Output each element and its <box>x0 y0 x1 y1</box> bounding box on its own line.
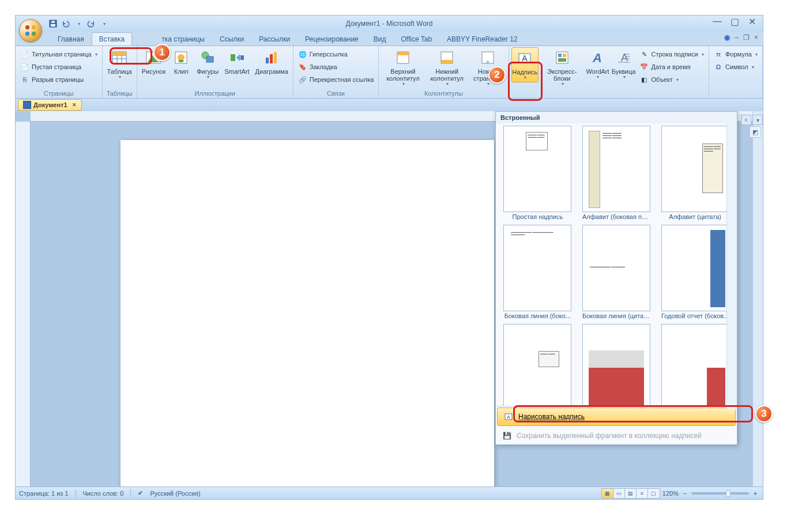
gallery-item-label: Боковая линия (боко... <box>503 312 571 319</box>
cover-page-button[interactable]: 📄Титульная страница <box>18 48 100 60</box>
table-icon <box>110 48 129 67</box>
view-full-screen[interactable]: ▭ <box>613 489 625 498</box>
inner-restore-icon[interactable]: ❐ <box>743 33 750 41</box>
zoom-in-button[interactable]: + <box>751 490 759 497</box>
document-page[interactable] <box>121 140 494 486</box>
annotation-3-badge: 3 <box>755 405 773 422</box>
redo-icon[interactable] <box>86 18 96 29</box>
side-tool-icon[interactable]: ◩ <box>750 126 761 138</box>
group-pages: 📄Титульная страница 📄Пустая страница ⎘Ра… <box>16 46 103 98</box>
gallery-item[interactable]: Годовой отчет (боков... <box>658 225 732 319</box>
close-button[interactable]: ✕ <box>743 16 760 27</box>
dropcap-button[interactable]: AБуквица <box>611 47 637 81</box>
draw-textbox-item[interactable]: A Нарисовать надпись <box>497 408 736 426</box>
shapes-button[interactable]: Фигуры <box>194 47 221 81</box>
view-draft[interactable]: ▢ <box>648 489 660 498</box>
tab-abbyy[interactable]: ABBYY FineReader 12 <box>439 32 525 46</box>
gallery-item[interactable]: ▬▬▬ ▬▬▬ <box>500 324 575 406</box>
vertical-scrollbar[interactable]: ▲ <box>752 111 763 486</box>
view-outline[interactable]: ≡ <box>637 489 648 498</box>
quickparts-button[interactable]: Экспресс-блоки <box>540 47 584 88</box>
zoom-out-button[interactable]: − <box>681 490 689 497</box>
gallery-item[interactable] <box>579 324 654 406</box>
gallery-scrollbar[interactable] <box>726 123 737 410</box>
table-button[interactable]: Таблица <box>105 47 134 81</box>
gallery-item[interactable] <box>658 324 732 406</box>
wordart-button[interactable]: AWordArt <box>585 47 609 81</box>
header-icon <box>394 48 412 67</box>
tab-view[interactable]: Вид <box>366 32 394 46</box>
textbox-button[interactable]: AНадпись <box>511 47 539 82</box>
zoom-slider[interactable] <box>691 492 749 495</box>
undo-dropdown-icon[interactable] <box>73 18 84 29</box>
tab-insert[interactable]: Вставка <box>92 32 133 46</box>
pane-dropdown-icon[interactable]: ▾ <box>752 115 763 125</box>
qat-customize-icon[interactable] <box>99 18 109 29</box>
svg-rect-18 <box>179 60 183 62</box>
tab-office-tab[interactable]: Office Tab <box>394 32 440 46</box>
svg-rect-37 <box>563 54 566 57</box>
annotation-2-badge: 2 <box>488 66 506 84</box>
group-symbols: πФормула ΩСимвол <box>709 46 763 98</box>
symbol-button[interactable]: ΩСимвол <box>711 61 760 73</box>
pane-close-icon[interactable]: × <box>741 115 751 125</box>
ribbon: 📄Титульная страница 📄Пустая страница ⎘Ра… <box>16 46 763 99</box>
bookmark-button[interactable]: 🔖Закладка <box>296 61 376 73</box>
tab-mailings[interactable]: Рассылки <box>251 32 298 46</box>
blank-page-button[interactable]: 📄Пустая страница <box>18 61 100 73</box>
crossref-button[interactable]: 🔗Перекрестная ссылка <box>296 74 376 85</box>
spell-check-icon[interactable]: ✔ <box>138 489 143 497</box>
clipart-icon <box>172 48 190 67</box>
cover-page-icon: 📄 <box>20 50 29 59</box>
crossref-label: Перекрестная ссылка <box>310 76 374 83</box>
page-break-button[interactable]: ⎘Разрыв страницы <box>18 74 100 85</box>
cover-page-label: Титульная страница <box>32 51 92 58</box>
svg-text:A: A <box>593 51 603 65</box>
vertical-ruler[interactable] <box>16 122 31 486</box>
equation-icon: π <box>714 50 723 59</box>
help-icon[interactable]: ◉ <box>724 33 730 41</box>
annotation-1-badge: 1 <box>153 44 171 61</box>
gallery-item[interactable]: ▬▬▬▬ ▬▬▬▬ ▬▬▬▬ ▬▬▬▬ ▬▬▬▬ ▬▬▬▬ Алфавит (б… <box>579 126 654 220</box>
save-icon[interactable] <box>48 18 58 29</box>
inner-minimize-icon[interactable]: – <box>735 33 739 41</box>
gallery-item[interactable]: ▬▬▬▬▬▬▬▬▬ ▬▬▬▬▬▬▬▬▬ ▬▬▬▬▬▬ Боковая линия… <box>500 225 575 319</box>
hyperlink-button[interactable]: 🌐Гиперссылка <box>296 48 376 60</box>
tab-references[interactable]: Ссылки <box>212 32 251 46</box>
inner-close-icon[interactable]: × <box>754 33 758 41</box>
zoom-value[interactable]: 120% <box>662 490 679 497</box>
tab-review[interactable]: Рецензирование <box>298 32 366 46</box>
view-print-layout[interactable]: ▦ <box>602 489 613 498</box>
gallery-item[interactable]: ▬▬▬▬▬▬▬▬▬ ▬▬▬▬▬▬ Боковая линия (цитата) <box>579 225 654 319</box>
textbox-gallery: Встроенный ▬▬▬▬ ▬▬▬ ▬▬▬▬ ▬▬▬ Простая над… <box>495 111 737 445</box>
view-web[interactable]: ▤ <box>625 489 637 498</box>
datetime-button[interactable]: 📅Дата и время <box>637 61 706 73</box>
doc-tab-active[interactable]: Документ1 ✕ <box>18 99 82 111</box>
save-selection-label: Сохранить выделенный фрагмент в коллекци… <box>517 432 702 440</box>
word-doc-icon <box>23 101 31 109</box>
clipart-button[interactable]: Клип <box>169 47 193 76</box>
office-button[interactable] <box>19 19 42 42</box>
status-language[interactable]: Русский (Россия) <box>150 490 200 497</box>
header-button[interactable]: Верхний колонтитул <box>381 47 424 88</box>
status-words[interactable]: Число слов: 0 <box>83 490 124 497</box>
doc-tab-close-icon[interactable]: ✕ <box>72 102 77 108</box>
smartart-button[interactable]: SmartArt <box>222 47 251 76</box>
hyperlink-label: Гиперссылка <box>310 51 348 58</box>
footer-button[interactable]: Нижний колонтитул <box>426 47 468 88</box>
draw-textbox-icon: A <box>503 412 514 422</box>
chart-button[interactable]: Диаграмма <box>253 47 291 76</box>
svg-rect-12 <box>112 52 126 55</box>
signature-button[interactable]: ✎Строка подписи <box>637 48 706 60</box>
gallery-item[interactable]: ▬▬▬▬ ▬▬▬ ▬▬▬▬ ▬▬▬ ▬▬▬▬ Алфавит (цитата) <box>658 126 732 220</box>
page-break-label: Разрыв страницы <box>32 76 84 83</box>
group-pages-title: Страницы <box>18 89 100 98</box>
maximize-button[interactable]: ▢ <box>726 16 743 27</box>
equation-button[interactable]: πФормула <box>711 48 760 60</box>
gallery-item[interactable]: ▬▬▬▬ ▬▬▬ ▬▬▬▬ ▬▬▬ Простая надпись <box>500 126 575 220</box>
tab-home[interactable]: Главная <box>50 32 92 46</box>
status-page[interactable]: Страница: 1 из 1 <box>19 490 69 497</box>
minimize-button[interactable]: — <box>709 16 726 27</box>
object-button[interactable]: ◧Объект <box>637 74 706 85</box>
undo-icon[interactable] <box>61 18 71 29</box>
